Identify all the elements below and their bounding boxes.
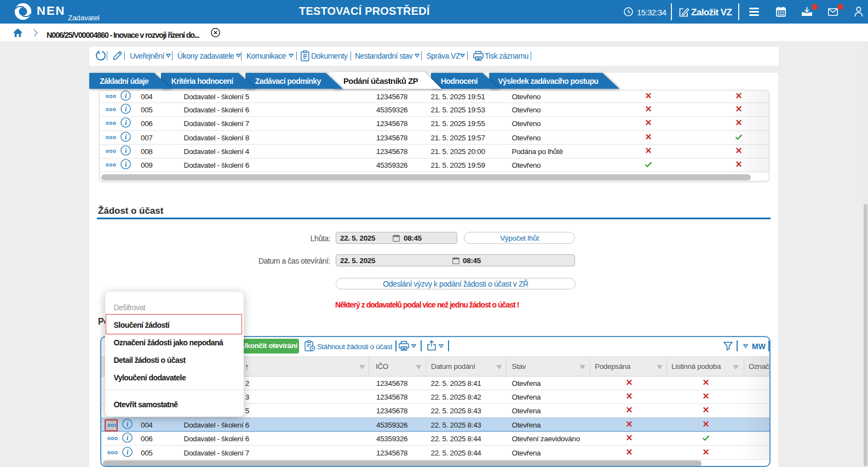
svg-text:i: i [124, 147, 127, 155]
svg-text:i: i [127, 434, 129, 442]
svg-text:i: i [127, 420, 129, 428]
svg-text:i: i [124, 133, 127, 140]
svg-text:i: i [127, 448, 129, 455]
svg-text:i: i [124, 92, 127, 100]
svg-text:i: i [124, 161, 127, 168]
svg-text:i: i [124, 119, 127, 127]
svg-text:i: i [124, 105, 127, 113]
